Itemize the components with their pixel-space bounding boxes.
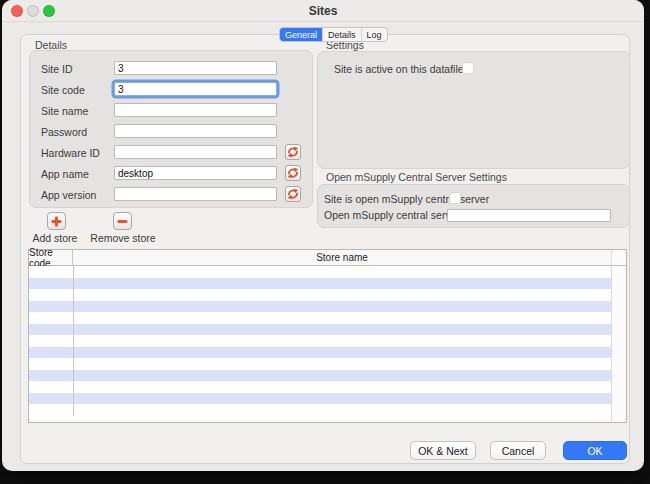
remove-store-label: Remove store	[87, 232, 159, 244]
central-server-groupbox: Site is open mSupply central server Open…	[317, 184, 630, 228]
table-row[interactable]	[29, 335, 611, 347]
site-code-label: Site code	[41, 83, 85, 97]
minus-icon	[117, 216, 128, 227]
table-row[interactable]	[29, 404, 611, 416]
app-name-label: App name	[41, 167, 89, 181]
cancel-button[interactable]: Cancel	[490, 441, 546, 460]
table-row[interactable]	[29, 312, 611, 324]
app-name-input[interactable]	[114, 166, 277, 180]
add-store-label: Add store	[26, 232, 84, 244]
password-input[interactable]	[114, 124, 277, 138]
hardware-id-input[interactable]	[114, 145, 277, 159]
store-table: Store code Store name	[28, 249, 627, 423]
refresh-icon	[287, 167, 299, 179]
tab-general[interactable]: General	[280, 28, 322, 41]
password-label: Password	[41, 125, 87, 139]
refresh-icon	[287, 146, 299, 158]
app-version-label: App version	[41, 188, 96, 202]
app-name-refresh-button[interactable]	[285, 165, 301, 181]
table-row[interactable]	[29, 266, 611, 278]
central-server-section-title: Open mSupply Central Server Settings	[326, 171, 507, 183]
sites-dialog-window: Sites General Details Log Details Site I…	[2, 0, 644, 471]
remove-store-button[interactable]	[113, 212, 132, 230]
hardware-id-refresh-button[interactable]	[285, 144, 301, 160]
table-row[interactable]	[29, 370, 611, 382]
central-server-checkbox[interactable]	[449, 192, 461, 204]
tab-bar: General Details Log	[279, 27, 388, 42]
refresh-icon	[287, 188, 299, 200]
table-row[interactable]	[29, 289, 611, 301]
details-groupbox: Site ID Site code Site name Password Har…	[29, 50, 313, 208]
column-header-store-code[interactable]: Store code	[29, 250, 73, 265]
central-server-checkbox-label: Site is open mSupply central server	[324, 193, 489, 205]
site-id-input[interactable]	[114, 61, 277, 75]
store-table-header: Store code Store name	[29, 250, 626, 266]
window-title: Sites	[2, 4, 644, 18]
site-active-checkbox[interactable]	[462, 62, 474, 74]
ok-button[interactable]: OK	[563, 441, 627, 460]
central-server-url-input[interactable]	[447, 209, 611, 222]
scrollbar-corner	[611, 250, 626, 265]
app-version-refresh-button[interactable]	[285, 186, 301, 202]
table-row[interactable]	[29, 278, 611, 290]
site-name-input[interactable]	[114, 103, 277, 117]
plus-icon	[51, 216, 62, 227]
hardware-id-label: Hardware ID	[41, 146, 100, 160]
table-row[interactable]	[29, 347, 611, 359]
table-row[interactable]	[29, 393, 611, 405]
site-active-label: Site is active on this datafile	[334, 63, 464, 75]
table-row[interactable]	[29, 324, 611, 336]
site-id-label: Site ID	[41, 62, 73, 76]
site-code-input[interactable]	[114, 82, 277, 96]
column-header-store-name[interactable]: Store name	[73, 250, 611, 265]
settings-groupbox: Site is active on this datafile	[317, 51, 630, 169]
tab-log[interactable]: Log	[361, 28, 387, 41]
ok-next-button[interactable]: OK & Next	[410, 441, 476, 460]
tab-details[interactable]: Details	[322, 28, 361, 41]
table-row[interactable]	[29, 358, 611, 370]
add-store-button[interactable]	[47, 212, 66, 230]
store-table-body	[29, 266, 611, 422]
table-scrollbar[interactable]	[611, 266, 626, 422]
app-version-input[interactable]	[114, 187, 277, 201]
table-row[interactable]	[29, 301, 611, 313]
column-divider	[73, 266, 74, 416]
table-row[interactable]	[29, 381, 611, 393]
site-name-label: Site name	[41, 104, 88, 118]
title-bar: Sites	[2, 0, 644, 22]
